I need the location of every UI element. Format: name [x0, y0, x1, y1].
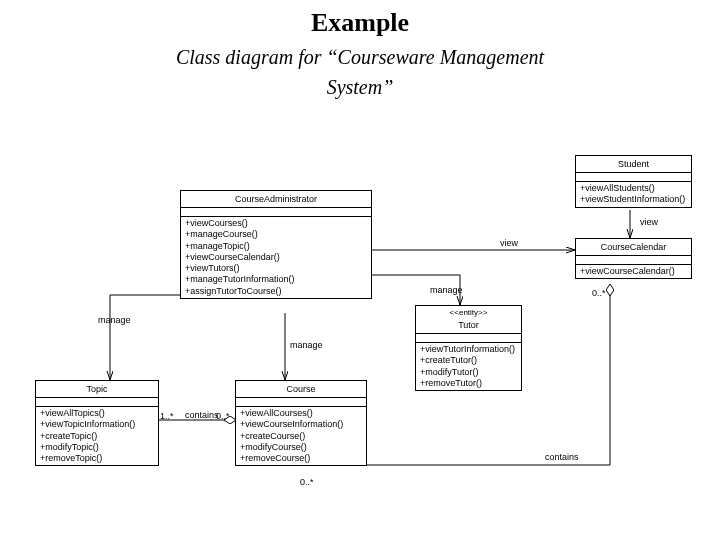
class-course: Course +viewAllCourses() +viewCourseInfo… [235, 380, 367, 466]
class-ops: +viewAllCourses() +viewCourseInformation… [236, 407, 366, 465]
page-subtitle: Class diagram for “Courseware Management… [0, 42, 720, 102]
op: +viewTutors() [185, 263, 367, 274]
class-ops: +viewAllTopics() +viewTopicInformation()… [36, 407, 158, 465]
op: +manageTopic() [185, 241, 367, 252]
op: +modifyTutor() [420, 367, 517, 378]
class-name: CourseCalendar [576, 239, 691, 256]
class-course-administrator: CourseAdministrator +viewCourses() +mana… [180, 190, 372, 299]
op: +viewAllTopics() [40, 408, 154, 419]
op: +createTutor() [420, 355, 517, 366]
op: +modifyTopic() [40, 442, 154, 453]
op: +viewAllStudents() [580, 183, 687, 194]
op: +manageCourse() [185, 229, 367, 240]
page-title: Example [0, 8, 720, 38]
multiplicity: 0..* [592, 288, 606, 298]
assoc-label-contains: contains [185, 410, 219, 420]
assoc-label-manage: manage [430, 285, 463, 295]
assoc-label-manage: manage [290, 340, 323, 350]
assoc-label-view: view [500, 238, 518, 248]
class-attrs [236, 398, 366, 407]
subtitle-line-1: Class diagram for “Courseware Management [176, 46, 544, 68]
subtitle-line-2: System” [327, 76, 394, 98]
class-attrs [576, 173, 691, 182]
multiplicity: 0..* [300, 477, 314, 487]
class-name: Course [236, 381, 366, 398]
assoc-label-contains: contains [545, 452, 579, 462]
op: +createTopic() [40, 431, 154, 442]
op: +viewTutorInformation() [420, 344, 517, 355]
class-name: CourseAdministrator [181, 191, 371, 208]
op: +removeTopic() [40, 453, 154, 464]
op: +manageTutorInformation() [185, 274, 367, 285]
op: +viewTopicInformation() [40, 419, 154, 430]
class-tutor: <<entity>> Tutor +viewTutorInformation()… [415, 305, 522, 391]
multiplicity: 1..* [160, 411, 174, 421]
class-stereotype: <<entity>> [416, 306, 521, 317]
op: +viewCourses() [185, 218, 367, 229]
op: +createCourse() [240, 431, 362, 442]
op: +modifyCourse() [240, 442, 362, 453]
class-course-calendar: CourseCalendar +viewCourseCalendar() [575, 238, 692, 279]
assoc-label-manage: manage [98, 315, 131, 325]
class-ops: +viewTutorInformation() +createTutor() +… [416, 343, 521, 390]
uml-diagram: CourseAdministrator +viewCourses() +mana… [0, 155, 720, 540]
multiplicity: 0..* [216, 411, 230, 421]
class-name: Student [576, 156, 691, 173]
op: +viewCourseCalendar() [185, 252, 367, 263]
op: +removeTutor() [420, 378, 517, 389]
class-student: Student +viewAllStudents() +viewStudentI… [575, 155, 692, 208]
op: +viewCourseCalendar() [580, 266, 687, 277]
class-ops: +viewAllStudents() +viewStudentInformati… [576, 182, 691, 207]
op: +assignTutorToCourse() [185, 286, 367, 297]
class-attrs [576, 256, 691, 265]
class-attrs [181, 208, 371, 217]
op: +viewCourseInformation() [240, 419, 362, 430]
class-name: Tutor [416, 317, 521, 334]
class-topic: Topic +viewAllTopics() +viewTopicInforma… [35, 380, 159, 466]
class-ops: +viewCourses() +manageCourse() +manageTo… [181, 217, 371, 298]
class-attrs [36, 398, 158, 407]
class-ops: +viewCourseCalendar() [576, 265, 691, 278]
class-attrs [416, 334, 521, 343]
assoc-label-view: view [640, 217, 658, 227]
op: +removeCourse() [240, 453, 362, 464]
class-name: Topic [36, 381, 158, 398]
op: +viewStudentInformation() [580, 194, 687, 205]
op: +viewAllCourses() [240, 408, 362, 419]
